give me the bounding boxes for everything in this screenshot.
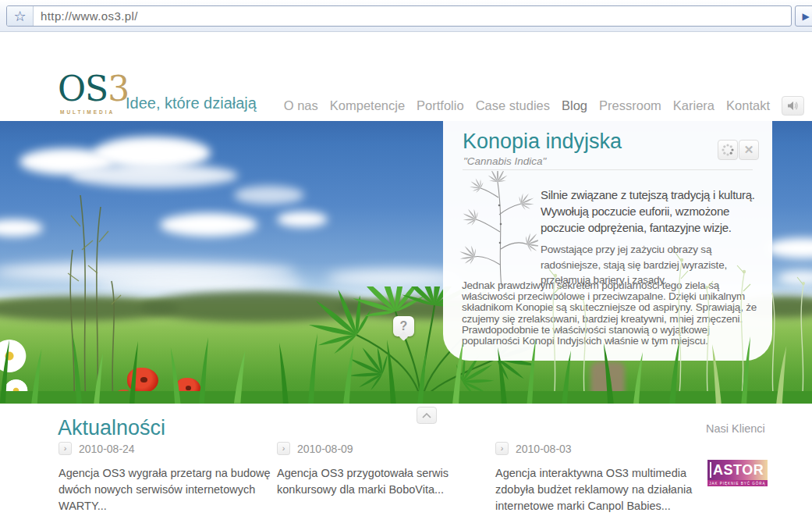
panel-lead-paragraph: Silnie związane z tutejszą tradycją i ku… [541, 187, 775, 236]
nav-item-kompetencje[interactable]: Kompetencje [330, 98, 405, 113]
nav-item-o-nas[interactable]: O nas [284, 98, 318, 113]
speaker-icon [787, 101, 799, 111]
nav-item-portfolio[interactable]: Portfolio [417, 98, 464, 113]
news-date: 2010-08-24 [79, 443, 135, 455]
nav-item-kontakt[interactable]: Kontakt [726, 98, 770, 113]
url-input[interactable]: http://www.os3.pl/ [34, 9, 138, 23]
news-text-link[interactable]: Agencja OS3 wygrała przetarg na budowę d… [59, 465, 271, 514]
os3-logo[interactable]: OS3 [58, 72, 129, 106]
news-arrow-button[interactable]: › [495, 442, 509, 455]
foreground-grass [0, 333, 812, 404]
news-arrow-button[interactable]: › [277, 442, 290, 455]
panel-subtitle: "Cannabis Indica" [463, 155, 546, 167]
logo-subtitle: MULTIMEDIA [60, 109, 115, 115]
astor-logo-bar [710, 462, 711, 478]
news-text-link[interactable]: Agencja OS3 przygotowała serwis konkurso… [277, 465, 489, 498]
site-tagline: Idee, które działają [126, 94, 257, 112]
bookmark-star-button[interactable]: ☆ [7, 6, 34, 26]
star-icon: ☆ [13, 8, 26, 25]
close-icon: ✕ [744, 143, 754, 157]
news-item: › 2010-08-24 Agencja OS3 wygrała przetar… [59, 442, 271, 514]
news-section-title: Aktualności [58, 416, 165, 440]
main-navigation: O nas Kompetencje Portfolio Case studies… [284, 98, 770, 113]
news-item: › 2010-08-09 Agencja OS3 przygotowała se… [277, 442, 489, 498]
go-arrow-icon: ▶ [802, 11, 809, 22]
nav-item-case-studies[interactable]: Case studies [476, 98, 550, 113]
question-mark-icon: ? [400, 319, 408, 333]
help-tooltip-button[interactable]: ? [393, 316, 414, 336]
arrow-right-icon: › [501, 444, 504, 453]
arrow-right-icon: › [282, 444, 285, 453]
news-arrow-button[interactable]: › [59, 442, 72, 455]
nav-item-kariera[interactable]: Kariera [673, 98, 714, 113]
panel-divider [463, 169, 753, 170]
astor-logo-text: ASTOR [713, 462, 764, 479]
nav-item-pressroom[interactable]: Pressroom [599, 98, 661, 113]
astor-client-logo[interactable]: ASTOR JAK PIĘKNIE BYĆ GÓRĄ [707, 460, 768, 486]
nav-item-blog[interactable]: Blog [562, 98, 587, 113]
hero-image: Konopia indyjska "Cannabis Indica" ✕ [0, 121, 812, 404]
browser-toolbar: ☆ http://www.os3.pl/ ▶ [0, 0, 812, 32]
clients-section-title: Nasi Klienci [706, 422, 765, 435]
spinner-icon [722, 144, 734, 156]
news-date: 2010-08-09 [297, 443, 353, 455]
go-button[interactable]: ▶ [795, 5, 812, 27]
chevron-up-icon [422, 413, 431, 418]
astor-logo-slogan: JAK PIĘKNIE BYĆ GÓRĄ [707, 480, 768, 486]
loading-spinner-button[interactable] [718, 140, 738, 160]
news-text-link[interactable]: Agencja interaktywna OS3 multimedia zdob… [495, 465, 707, 514]
scroll-up-button[interactable] [417, 407, 437, 424]
sound-toggle-button[interactable] [782, 96, 804, 116]
panel-title: Konopia indyjska [463, 130, 622, 154]
arrow-right-icon: › [64, 444, 67, 453]
address-bar[interactable]: ☆ http://www.os3.pl/ [6, 5, 792, 27]
logo-os-text: OS [58, 69, 108, 109]
news-item: › 2010-08-03 Agencja interaktywna OS3 mu… [495, 442, 707, 514]
close-button[interactable]: ✕ [739, 140, 759, 160]
news-date: 2010-08-03 [516, 443, 572, 455]
